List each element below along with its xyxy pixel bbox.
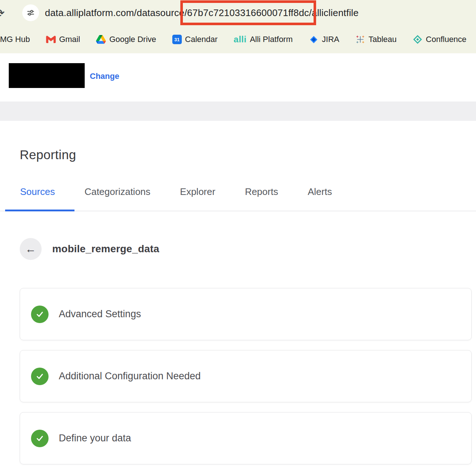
- card-define-your-data[interactable]: Define your data: [20, 412, 472, 464]
- page-title: Reporting: [20, 147, 476, 162]
- tune-icon: [27, 9, 35, 17]
- site-controls-button[interactable]: [22, 4, 39, 21]
- bookmark-label: MG Hub: [0, 35, 30, 44]
- tab-explorer[interactable]: Explorer: [180, 186, 215, 197]
- card-label: Advanced Settings: [59, 308, 141, 320]
- bookmark-label: Google Drive: [109, 35, 156, 44]
- back-arrow-icon: ←: [25, 243, 36, 255]
- bookmark-label: Tableau: [368, 35, 396, 44]
- bookmark-tableau[interactable]: Tableau: [355, 35, 396, 45]
- bookmark-label: JIRA: [322, 35, 339, 44]
- bookmarks-bar: MG Hub Gmail Google Drive: [0, 26, 476, 53]
- source-header: ← mobile_remerge_data: [20, 238, 476, 260]
- card-additional-configuration[interactable]: Additional Configuration Needed: [20, 350, 472, 402]
- change-link[interactable]: Change: [90, 72, 119, 81]
- card-label: Additional Configuration Needed: [59, 371, 201, 382]
- url-prefix: data.alliplatform.com/datasource/: [45, 7, 187, 18]
- bookmark-google-drive[interactable]: Google Drive: [96, 35, 156, 45]
- address-bar[interactable]: ⟳ data.alliplatform.com/datasource/67b7c…: [0, 0, 476, 26]
- url-suffix: /alliclientfile: [309, 7, 359, 18]
- divider-band: [0, 101, 476, 121]
- confluence-icon: [413, 35, 423, 45]
- url-text[interactable]: data.alliplatform.com/datasource/67b7c72…: [45, 7, 359, 19]
- check-icon: [31, 430, 49, 447]
- bookmark-gmail[interactable]: Gmail: [46, 35, 80, 45]
- check-icon: [31, 368, 49, 385]
- browser-chrome: ⟳ data.alliplatform.com/datasource/67b7c…: [0, 0, 476, 53]
- bookmark-jira[interactable]: JIRA: [309, 35, 339, 45]
- tab-reports[interactable]: Reports: [245, 186, 278, 197]
- url-highlight-box: 67b7c72103316600071ff8dc: [187, 7, 309, 18]
- active-tab-indicator: [5, 210, 74, 211]
- card-advanced-settings[interactable]: Advanced Settings: [20, 288, 472, 340]
- calendar-icon: 31: [172, 35, 182, 44]
- bookmark-mg-hub[interactable]: MG Hub: [0, 35, 30, 44]
- card-label: Define your data: [59, 433, 131, 444]
- tab-categorizations[interactable]: Categorizations: [84, 186, 150, 197]
- bookmark-label: Calendar: [185, 35, 218, 44]
- bookmark-label: Gmail: [59, 35, 80, 44]
- reload-icon[interactable]: ⟳: [0, 6, 5, 20]
- back-button[interactable]: ←: [20, 238, 42, 260]
- source-name: mobile_remerge_data: [52, 243, 159, 255]
- tab-sources[interactable]: Sources: [20, 186, 55, 197]
- redacted-account-name: [9, 63, 85, 88]
- tab-alerts[interactable]: Alerts: [308, 186, 332, 197]
- bookmark-label: Alli Platform: [250, 35, 292, 44]
- tab-bar: Sources Categorizations Explorer Reports…: [0, 186, 476, 211]
- bookmark-confluence[interactable]: Confluence: [413, 35, 467, 45]
- jira-icon: [309, 35, 319, 45]
- account-strip: Change: [0, 53, 476, 101]
- bookmark-label: Confluence: [426, 35, 467, 44]
- tableau-icon: [355, 35, 365, 45]
- alli-icon: alli: [234, 34, 246, 45]
- check-icon: [31, 306, 49, 323]
- bookmark-alli-platform[interactable]: alli Alli Platform: [234, 34, 293, 45]
- bookmark-calendar[interactable]: 31 Calendar: [172, 35, 218, 44]
- gmail-icon: [46, 35, 56, 45]
- drive-icon: [96, 35, 106, 45]
